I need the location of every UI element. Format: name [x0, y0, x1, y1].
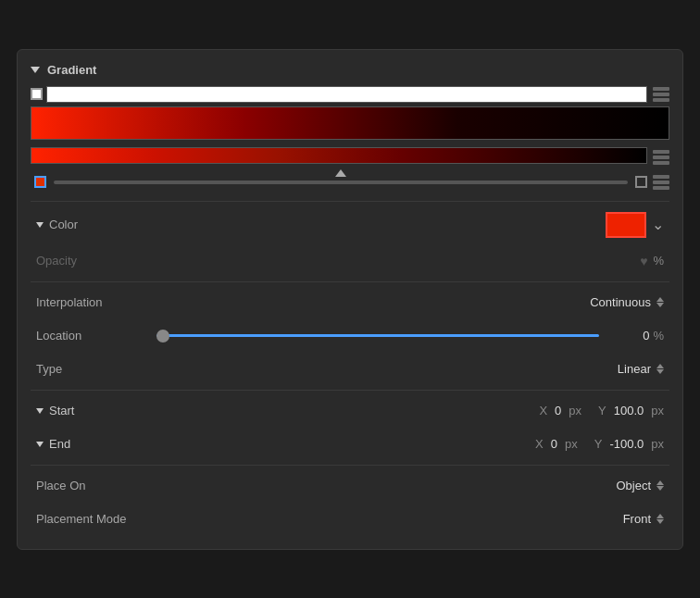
divider-3	[31, 390, 669, 391]
start-y-value[interactable]: 100.0	[614, 404, 644, 417]
start-triangle-icon	[36, 408, 44, 414]
divider-2	[31, 281, 669, 282]
place-on-value-group: Object	[184, 479, 664, 492]
placement-mode-label: Placement Mode	[36, 512, 184, 526]
interpolation-stepper[interactable]	[656, 297, 664, 307]
stop-track[interactable]	[54, 181, 628, 184]
red-color-stop[interactable]	[34, 176, 46, 188]
placement-mode-row: Placement Mode Front	[18, 503, 682, 536]
stepper-down-arrow	[656, 303, 664, 307]
color-section-triangle[interactable]	[36, 222, 44, 228]
end-expand-label[interactable]: End	[36, 437, 184, 451]
type-stepper-down	[656, 369, 664, 374]
section-header: Gradient	[18, 63, 682, 86]
start-coords: X 0 px Y 100.0 px	[184, 404, 664, 417]
type-value-group: Linear	[184, 362, 664, 376]
place-on-up	[656, 480, 664, 485]
gradient-area	[18, 86, 682, 168]
gradient-panel: Gradient	[17, 49, 683, 550]
stacked-lines-icon-top[interactable]	[653, 87, 669, 102]
white-color-stop[interactable]	[31, 88, 43, 100]
end-x-axis: X	[535, 437, 544, 451]
stop-triangle	[335, 169, 346, 177]
line2	[653, 181, 669, 184]
red-gradient-bar[interactable]	[31, 106, 669, 140]
location-slider-thumb[interactable]	[156, 330, 169, 343]
start-expand-label[interactable]: Start	[36, 404, 184, 417]
location-value-group: 0 %	[608, 329, 664, 343]
end-y-axis: Y	[594, 437, 603, 451]
location-unit: %	[653, 329, 664, 343]
line3	[653, 161, 669, 165]
color-swatch[interactable]	[606, 212, 646, 238]
stacked-lines-icon-bottom[interactable]	[653, 150, 669, 165]
place-on-down	[656, 486, 664, 491]
type-value: Linear	[618, 362, 651, 376]
place-on-label: Place On	[36, 479, 184, 492]
empty-color-stop[interactable]	[635, 176, 647, 188]
location-slider-track[interactable]	[156, 334, 599, 337]
end-x-unit: px	[565, 437, 578, 451]
place-on-stepper[interactable]	[656, 480, 664, 491]
collapse-icon[interactable]	[31, 67, 40, 73]
interpolation-row: Interpolation Continuous	[18, 286, 682, 319]
place-on-value: Object	[616, 479, 651, 492]
end-row: End X 0 px Y -100.0 px	[18, 428, 682, 461]
start-x-unit: px	[569, 404, 581, 417]
type-stepper-up	[656, 364, 664, 368]
stepper-up-arrow	[656, 297, 664, 302]
end-coords: X 0 px Y -100.0 px	[184, 437, 664, 451]
line3	[653, 186, 669, 190]
placement-mode-value-group: Front	[184, 512, 664, 526]
placement-mode-value: Front	[623, 512, 651, 526]
interpolation-value: Continuous	[590, 295, 651, 309]
heart-icon: ♥	[640, 254, 647, 268]
start-y-unit: px	[651, 404, 664, 417]
location-row: Location 0 %	[18, 319, 682, 353]
start-x-axis: X	[539, 404, 547, 417]
type-stepper[interactable]	[656, 364, 664, 374]
color-dropdown-arrow[interactable]: ⌄	[652, 216, 664, 233]
line3	[653, 98, 669, 102]
opacity-value-group: ♥ %	[184, 254, 664, 268]
line1	[653, 175, 669, 179]
stop-stacked-icon[interactable]	[653, 175, 669, 190]
line1	[653, 87, 669, 91]
line1	[653, 150, 669, 154]
color-row: Color ⌄	[18, 206, 682, 244]
start-x-value[interactable]: 0	[555, 404, 561, 417]
line2	[653, 93, 669, 96]
location-value: 0	[643, 329, 649, 343]
end-y-unit: px	[651, 437, 664, 451]
color-value-group: ⌄	[184, 212, 664, 238]
end-x-value[interactable]: 0	[551, 437, 557, 451]
location-slider-container	[156, 328, 599, 344]
divider-4	[31, 465, 669, 466]
divider-1	[31, 201, 669, 202]
interpolation-value-group: Continuous	[184, 295, 664, 309]
opacity-label: Opacity	[36, 254, 184, 268]
section-title: Gradient	[47, 63, 96, 77]
line2	[653, 156, 669, 159]
opacity-row: Opacity ♥ %	[18, 244, 682, 278]
interpolation-label: Interpolation	[36, 295, 184, 309]
type-row: Type Linear	[18, 353, 682, 386]
end-y-value[interactable]: -100.0	[609, 437, 644, 451]
start-y-axis: Y	[598, 404, 606, 417]
start-row: Start X 0 px Y 100.0 px	[18, 394, 682, 428]
color-stop-row	[18, 171, 682, 193]
type-label: Type	[36, 362, 184, 376]
white-gradient-bar[interactable]	[46, 86, 647, 103]
placement-mode-stepper[interactable]	[656, 514, 664, 524]
place-on-row: Place On Object	[18, 469, 682, 503]
placement-mode-down	[656, 519, 664, 524]
location-label: Location	[36, 329, 147, 343]
end-triangle-icon	[36, 442, 44, 447]
placement-mode-up	[656, 514, 664, 518]
gradient-bar-thin[interactable]	[31, 147, 647, 164]
color-section-label: Color	[36, 218, 184, 231]
